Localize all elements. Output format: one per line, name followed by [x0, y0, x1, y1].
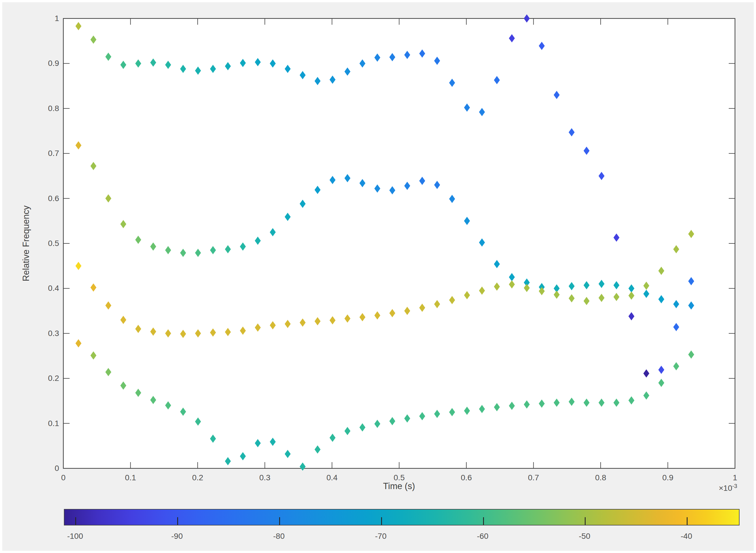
x-tick-label: 1: [722, 473, 748, 482]
x-tick-label: 0.2: [185, 473, 211, 482]
y-axis-label: Relative Frequency: [21, 205, 31, 281]
colorbar-tick-label: -60: [467, 532, 498, 541]
colorbar-tick-label: -40: [671, 532, 702, 541]
x-tick-label: 0.4: [319, 473, 345, 482]
x-axis-label: Time (s): [383, 481, 415, 491]
colorbar-tick-label: -50: [569, 532, 600, 541]
colorbar-tick: [483, 517, 484, 525]
x-tick-label: 0: [51, 473, 76, 482]
colorbar-tick: [75, 517, 76, 525]
y-tick-label: 0.1: [33, 419, 59, 428]
y-tick-label: 0.5: [33, 239, 59, 248]
x-tick-label: 0.9: [655, 473, 681, 482]
x-tick-label: 0.8: [588, 473, 613, 482]
colorbar-tick: [585, 517, 586, 525]
plot-area: [63, 18, 735, 468]
colorbar-tick: [381, 517, 382, 525]
colorbar-tick-label: -90: [161, 532, 192, 541]
y-tick-label: 0.6: [33, 194, 59, 203]
x-tick-label: 0.3: [252, 473, 278, 482]
colorbar-tick: [177, 517, 178, 525]
y-tick-label: 0.9: [33, 59, 59, 68]
colorbar-tick: [687, 517, 687, 525]
multiplier-base: ×10: [719, 484, 733, 492]
colorbar: [64, 509, 740, 526]
colorbar-tick-label: -100: [59, 532, 91, 541]
y-tick-label: 0.3: [33, 329, 59, 338]
y-tick-label: 0.7: [33, 149, 59, 158]
y-tick-label: 0.8: [33, 104, 59, 113]
figure-canvas: 00.10.20.30.40.50.60.70.80.91 00.10.20.3…: [0, 0, 756, 553]
y-tick-label: 0.4: [33, 284, 59, 293]
x-tick-label: 0.1: [118, 473, 144, 482]
y-tick-label: 1: [33, 14, 59, 23]
x-tick-label: 0.7: [521, 473, 547, 482]
y-tick-label: 0.2: [33, 374, 59, 383]
x-axis-multiplier: ×10-3: [719, 483, 737, 493]
colorbar-tick: [279, 517, 280, 525]
y-tick-label: 0: [33, 464, 59, 473]
colorbar-tick-label: -80: [263, 532, 295, 541]
multiplier-exponent: -3: [732, 483, 737, 489]
x-tick-label: 0.6: [453, 473, 479, 482]
colorbar-tick-label: -70: [365, 532, 397, 541]
